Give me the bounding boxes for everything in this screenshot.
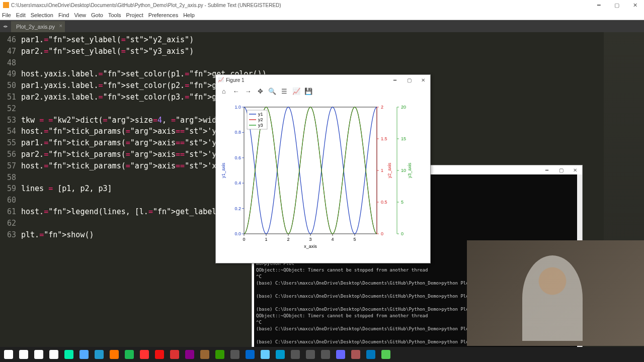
taskbar-icon[interactable] <box>261 350 270 359</box>
taskbar-icon[interactable] <box>336 350 345 359</box>
windows-taskbar[interactable] <box>0 347 644 362</box>
taskbar-icon[interactable] <box>230 350 239 359</box>
menu-tools[interactable]: Tools <box>108 12 121 18</box>
svg-text:y2_axis: y2_axis <box>387 162 392 178</box>
svg-text:y1: y1 <box>258 112 263 117</box>
svg-text:0.6: 0.6 <box>234 155 241 160</box>
taskbar-icon[interactable] <box>366 350 375 359</box>
webcam-overlay <box>467 240 644 346</box>
menu-find[interactable]: Find <box>58 12 69 18</box>
menu-preferences[interactable]: Preferences <box>148 12 178 18</box>
svg-text:y2: y2 <box>258 117 263 122</box>
tab-bar: ◂▸ Plot_2y_axis.py × <box>0 20 644 32</box>
taskbar-icon[interactable] <box>321 350 330 359</box>
menu-file[interactable]: File <box>2 12 11 18</box>
edit-axes-icon[interactable]: 📈 <box>292 87 300 95</box>
svg-text:0.4: 0.4 <box>234 180 241 186</box>
svg-text:20: 20 <box>401 105 406 110</box>
taskbar-icon[interactable] <box>64 350 73 359</box>
window-title: C:\Users\maxcu\OneDrive\Desktop\Document… <box>11 3 281 8</box>
taskbar-icon[interactable] <box>351 350 360 359</box>
file-tab[interactable]: Plot_2y_axis.py × <box>11 21 65 32</box>
matplotlib-toolbar: ⌂ ← → ✥ 🔍 ☰ 📈 💾 <box>216 85 430 97</box>
svg-text:2: 2 <box>287 237 289 242</box>
taskbar-icon[interactable] <box>110 350 119 359</box>
minimize-button[interactable]: ━ <box>590 0 608 10</box>
menu-edit[interactable]: Edit <box>16 12 26 18</box>
home-icon[interactable]: ⌂ <box>220 87 228 95</box>
taskbar-icon[interactable] <box>49 350 58 359</box>
terminal-maximize-button[interactable]: ▢ <box>554 165 568 174</box>
terminal-minimize-button[interactable]: ━ <box>540 165 554 174</box>
taskbar-icon[interactable] <box>155 350 164 359</box>
figure-window[interactable]: 📈 Figure 1 ━ ▢ ✕ ⌂ ← → ✥ 🔍 ☰ 📈 💾 012345x… <box>215 74 431 263</box>
svg-text:0: 0 <box>381 231 383 236</box>
svg-text:3: 3 <box>309 237 311 242</box>
taskbar-icon[interactable] <box>185 350 194 359</box>
figure-titlebar: 📈 Figure 1 ━ ▢ ✕ <box>216 75 430 85</box>
svg-text:5: 5 <box>353 237 356 242</box>
save-icon[interactable]: 💾 <box>304 87 312 95</box>
figure-minimize-button[interactable]: ━ <box>388 75 402 85</box>
pan-icon[interactable]: ✥ <box>256 87 264 95</box>
svg-text:4: 4 <box>331 237 334 242</box>
svg-text:0.8: 0.8 <box>234 130 241 135</box>
svg-text:15: 15 <box>401 136 406 141</box>
taskbar-icon[interactable] <box>140 350 149 359</box>
back-icon[interactable]: ← <box>232 87 240 95</box>
svg-text:1.5: 1.5 <box>381 136 387 141</box>
configure-icon[interactable]: ☰ <box>280 87 288 95</box>
menu-bar: FileEditSelectionFindViewGotoToolsProjec… <box>0 10 644 20</box>
taskbar-icon[interactable] <box>79 350 89 359</box>
line-number-gutter: 464748495051525354555657585960616263 <box>0 32 21 352</box>
taskbar-icon[interactable] <box>276 350 285 359</box>
figure-title: Figure 1 <box>226 77 245 83</box>
taskbar-icon[interactable] <box>95 350 104 359</box>
svg-text:1: 1 <box>381 168 383 173</box>
svg-text:1: 1 <box>265 237 267 242</box>
figure-close-button[interactable]: ✕ <box>416 75 430 85</box>
figure-maximize-button[interactable]: ▢ <box>402 75 416 85</box>
svg-text:x_axis: x_axis <box>304 244 317 249</box>
svg-text:y3: y3 <box>258 123 263 128</box>
menu-project[interactable]: Project <box>126 12 143 18</box>
svg-text:y3_axis: y3_axis <box>407 162 412 178</box>
tab-close-icon[interactable]: × <box>59 23 62 29</box>
terminal-close-button[interactable]: ✕ <box>568 165 582 174</box>
svg-text:0.2: 0.2 <box>234 206 241 211</box>
svg-text:0: 0 <box>243 237 245 242</box>
taskbar-icon[interactable] <box>200 350 209 359</box>
taskbar-icon[interactable] <box>170 350 179 359</box>
svg-text:y1_axis: y1_axis <box>221 162 226 178</box>
taskbar-icon[interactable] <box>306 350 315 359</box>
maximize-button[interactable]: ▢ <box>608 0 626 10</box>
svg-text:5: 5 <box>401 200 404 205</box>
menu-help[interactable]: Help <box>183 12 195 18</box>
app-icon <box>3 2 9 8</box>
svg-text:2: 2 <box>381 105 383 110</box>
tab-label: Plot_2y_axis.py <box>16 24 55 30</box>
close-button[interactable]: ✕ <box>626 0 644 10</box>
tab-scroll-icon[interactable]: ◂▸ <box>0 20 11 32</box>
taskbar-icon[interactable] <box>291 350 300 359</box>
svg-text:0.0: 0.0 <box>234 231 241 236</box>
menu-goto[interactable]: Goto <box>91 12 103 18</box>
svg-text:1.0: 1.0 <box>234 105 241 110</box>
taskbar-icon[interactable] <box>4 350 13 359</box>
main-titlebar: C:\Users\maxcu\OneDrive\Desktop\Document… <box>0 0 644 10</box>
zoom-icon[interactable]: 🔍 <box>268 87 276 95</box>
svg-text:0: 0 <box>401 231 404 236</box>
menu-selection[interactable]: Selection <box>31 12 53 18</box>
taskbar-icon[interactable] <box>19 350 28 359</box>
svg-text:10: 10 <box>401 168 406 173</box>
taskbar-icon[interactable] <box>215 350 224 359</box>
forward-icon[interactable]: → <box>244 87 252 95</box>
webcam-person <box>522 255 583 341</box>
menu-view[interactable]: View <box>74 12 86 18</box>
svg-text:0.5: 0.5 <box>381 200 387 205</box>
taskbar-icon[interactable] <box>246 350 255 359</box>
taskbar-icon[interactable] <box>34 350 43 359</box>
taskbar-icon[interactable] <box>125 350 134 359</box>
plot-canvas[interactable]: 012345x_axis0.00.20.40.60.81.0y1_axis00.… <box>216 97 430 263</box>
taskbar-icon[interactable] <box>381 350 390 359</box>
